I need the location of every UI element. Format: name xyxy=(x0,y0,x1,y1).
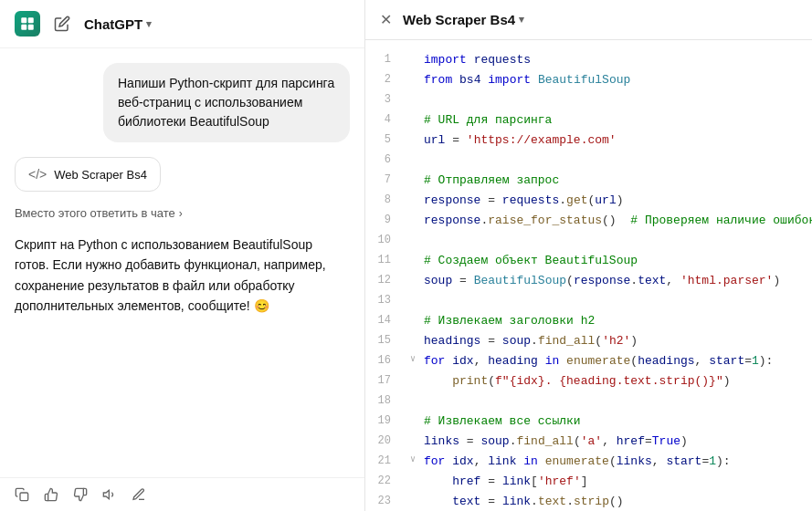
close-button[interactable]: ✕ xyxy=(380,11,392,28)
code-line: 4 # URL для парсинга xyxy=(365,111,812,131)
copy-icon[interactable] xyxy=(15,487,29,502)
code-card[interactable]: </> Web Scraper Bs4 xyxy=(15,157,161,192)
edit-icon[interactable] xyxy=(51,13,73,35)
code-line: 3 xyxy=(365,91,812,111)
right-panel: ✕ Web Scraper Bs4 ▾ 1 import requests 2 … xyxy=(365,0,812,511)
left-panel: ChatGPT ▾ Напиши Python-скрипт для парси… xyxy=(0,0,365,511)
chevron-down-icon: ▾ xyxy=(146,18,152,30)
svg-rect-4 xyxy=(20,493,28,501)
code-line: 6 xyxy=(365,151,812,172)
code-line: 7 # Отправляем запрос xyxy=(365,172,812,192)
app-title[interactable]: ChatGPT ▾ xyxy=(84,16,350,32)
more-icon[interactable] xyxy=(132,487,146,502)
code-line: 1 import requests xyxy=(365,51,812,71)
code-line: 9 response.raise_for_status() # Проверяе… xyxy=(365,212,812,232)
code-line: 20 links = soup.find_all('a', href=True) xyxy=(365,433,812,453)
code-line: 17 print(f"{idx}. {heading.text.strip()}… xyxy=(365,372,812,392)
code-line: 13 xyxy=(365,292,812,312)
code-line: 18 xyxy=(365,392,812,412)
top-bar: ChatGPT ▾ xyxy=(0,0,364,48)
code-icon: </> xyxy=(28,167,47,182)
code-view[interactable]: 1 import requests 2 from bs4 import Beau… xyxy=(365,40,812,511)
user-message: Напиши Python-скрипт для парсинга веб-ст… xyxy=(103,63,350,142)
code-line: 21 ∨ for idx, link in enumerate(links, s… xyxy=(365,453,812,473)
volume-icon[interactable] xyxy=(102,487,117,502)
svg-rect-3 xyxy=(28,25,34,30)
chat-area: Напиши Python-скрипт для парсинга веб-ст… xyxy=(0,48,364,477)
code-line: 5 url = 'https://example.com' xyxy=(365,131,812,151)
code-line: 23 text = link.text.strip() xyxy=(365,493,812,511)
code-line: 22 href = link['href'] xyxy=(365,473,812,493)
code-line: 15 headings = soup.find_all('h2') xyxy=(365,332,812,352)
thumbs-down-icon[interactable] xyxy=(73,487,88,502)
editor-header: ✕ Web Scraper Bs4 ▾ xyxy=(365,0,812,40)
editor-chevron-icon: ▾ xyxy=(519,14,524,26)
reply-in-chat-link[interactable]: Вместо этого ответить в чате › xyxy=(15,206,350,220)
code-line: 14 # Извлекаем заголовки h2 xyxy=(365,312,812,332)
arrow-icon: › xyxy=(179,207,183,220)
code-line: 12 soup = BeautifulSoup(response.text, '… xyxy=(365,272,812,292)
thumbs-up-icon[interactable] xyxy=(44,487,58,502)
assistant-message: Скрипт на Python с использованием Beauti… xyxy=(15,235,350,317)
code-line: 2 from bs4 import BeautifulSoup xyxy=(365,71,812,91)
svg-rect-1 xyxy=(28,17,34,23)
app-logo xyxy=(15,11,40,36)
code-line: 8 response = requests.get(url) xyxy=(365,192,812,212)
code-line: 11 # Создаем объект BeautifulSoup xyxy=(365,252,812,272)
svg-rect-0 xyxy=(21,17,26,23)
code-line: 16 ∨ for idx, heading in enumerate(headi… xyxy=(365,352,812,372)
svg-marker-5 xyxy=(103,490,109,498)
svg-rect-2 xyxy=(21,25,26,30)
editor-title: Web Scraper Bs4 ▾ xyxy=(403,12,524,27)
code-line: 19 # Извлекаем все ссылки xyxy=(365,412,812,433)
bottom-bar xyxy=(0,477,364,511)
code-line: 10 xyxy=(365,232,812,252)
